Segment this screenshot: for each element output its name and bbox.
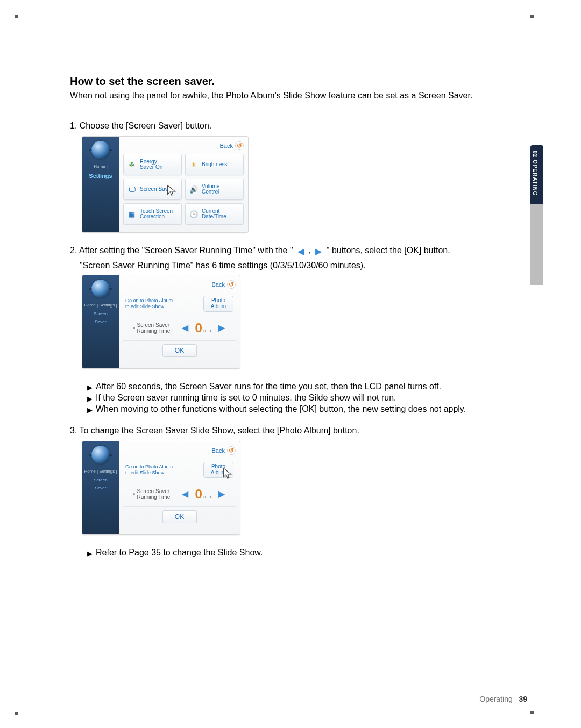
- tile-label: Energy Saver On: [140, 159, 162, 170]
- dial-icon: [91, 446, 110, 464]
- tile-screen-saver[interactable]: 🖵 Screen Saver: [123, 179, 182, 200]
- tile-label: Volume Control: [202, 184, 219, 195]
- photo-album-button[interactable]: Photo Album: [203, 296, 233, 312]
- running-time-label: Screen Saver Running Time: [133, 488, 179, 500]
- dial-icon: [91, 141, 110, 159]
- running-time-value: 0 min: [191, 320, 216, 336]
- ok-button[interactable]: OK: [162, 344, 197, 357]
- triangle-bullet-icon: ▶: [87, 395, 93, 403]
- speaker-icon: 🔊: [189, 184, 199, 194]
- triangle-bullet-icon: ▶: [87, 549, 93, 558]
- note-item: If the Screen saver running time is set …: [96, 393, 396, 403]
- breadcrumb-current: Saver: [95, 486, 107, 490]
- row-description: Go on to Photo Album to edit Slide Show.: [125, 298, 200, 309]
- back-button[interactable]: Back ↺: [220, 141, 244, 150]
- decrease-button[interactable]: ◀: [180, 488, 190, 501]
- dial-icon: [91, 280, 110, 298]
- tile-touch-correction[interactable]: ▦ Touch Screen Correction: [123, 203, 182, 225]
- back-button[interactable]: Back ↺: [212, 446, 236, 455]
- back-label: Back: [220, 142, 233, 149]
- breadcrumb: Home | Settings |: [84, 303, 117, 308]
- triangle-bullet-icon: ▶: [87, 406, 93, 414]
- ok-button[interactable]: OK: [162, 510, 197, 523]
- bullet-icon: [133, 493, 135, 495]
- back-button[interactable]: Back ↺: [212, 280, 236, 289]
- cursor-icon: [222, 467, 233, 479]
- notes-list: ▶Refer to Page 35 to change the Slide Sh…: [87, 548, 533, 558]
- back-label: Back: [212, 447, 225, 454]
- sun-icon: ☀: [189, 160, 199, 169]
- triangle-bullet-icon: ▶: [87, 383, 93, 391]
- leaf-icon: ☘: [127, 160, 137, 169]
- tile-energy-saver[interactable]: ☘ Energy Saver On: [123, 154, 182, 175]
- notes-list: ▶After 60 seconds, the Screen Saver runs…: [87, 382, 533, 414]
- tile-label: Current Date/Time: [202, 209, 226, 220]
- tile-brightness[interactable]: ☀ Brightness: [185, 154, 244, 175]
- step-3: 3. To change the Screen Saver Slide Show…: [70, 426, 533, 436]
- note-item: After 60 seconds, the Screen Saver runs …: [96, 382, 441, 391]
- step-2-line-2: "Screen Saver Running Time" has 6 time s…: [80, 261, 533, 270]
- breadcrumb: Home | Settings |: [84, 469, 117, 474]
- page-number: 39: [519, 695, 527, 703]
- panel-sidebar: Home | Settings: [82, 137, 119, 232]
- breadcrumb-current: Screen: [94, 477, 107, 482]
- left-arrow-icon: ◀: [295, 248, 306, 255]
- settings-screenshot: Home | Settings Back ↺ ☘ Energy Saver On: [82, 136, 249, 233]
- right-arrow-icon: ▶: [313, 248, 324, 255]
- tile-label: Brightness: [202, 162, 227, 168]
- breadcrumb-current: Settings: [89, 173, 112, 179]
- back-icon: ↺: [227, 446, 236, 455]
- footer-section: Operating _: [479, 695, 519, 703]
- clock-icon: 🕒: [189, 209, 199, 219]
- running-time-value: 0 min: [191, 487, 216, 502]
- step-1: 1. Choose the [Screen Saver] button.: [70, 121, 533, 131]
- screen-saver-screenshot: Home | Settings | Screen Saver Back ↺ Go…: [82, 275, 240, 369]
- panel-sidebar: Home | Settings | Screen Saver: [82, 441, 119, 534]
- back-icon: ↺: [235, 141, 244, 150]
- page-footer: Operating _39: [479, 695, 527, 703]
- grid-icon: ▦: [127, 209, 137, 219]
- panel-sidebar: Home | Settings | Screen Saver: [82, 275, 119, 368]
- running-time-label: Screen Saver Running Time: [133, 322, 179, 334]
- increase-button[interactable]: ▶: [217, 322, 226, 334]
- screen-saver-screenshot-2: Home | Settings | Screen Saver Back ↺ Go…: [82, 441, 240, 535]
- decrease-button[interactable]: ◀: [180, 322, 190, 334]
- back-icon: ↺: [227, 280, 236, 289]
- monitor-icon: 🖵: [127, 184, 137, 194]
- breadcrumb: Home |: [94, 165, 108, 169]
- note-item: Refer to Page 35 to change the Slide Sho…: [96, 548, 263, 558]
- back-label: Back: [212, 281, 225, 288]
- row-description: Go on to Photo Album to edit Slide Show.: [125, 464, 200, 475]
- increase-button[interactable]: ▶: [217, 488, 226, 501]
- intro-text: When not using the panel for awhile, the…: [70, 91, 533, 101]
- tile-volume[interactable]: 🔊 Volume Control: [185, 179, 244, 200]
- page-heading: How to set the screen saver.: [70, 75, 533, 88]
- cursor-icon: [166, 184, 178, 196]
- breadcrumb-current: Screen: [94, 311, 107, 316]
- tile-date-time[interactable]: 🕒 Current Date/Time: [185, 203, 244, 225]
- note-item: When moving to other functions without s…: [96, 404, 466, 414]
- bullet-icon: [133, 327, 135, 329]
- tile-label: Touch Screen Correction: [140, 209, 173, 220]
- breadcrumb-current: Saver: [95, 319, 107, 324]
- step-2-line-1: 2. After setting the "Screen Saver Runni…: [70, 246, 533, 255]
